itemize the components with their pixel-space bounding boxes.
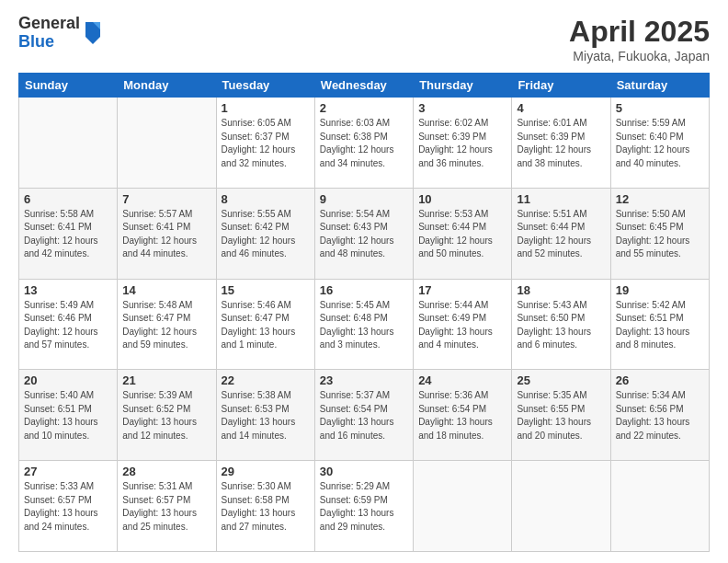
cal-cell [19, 98, 118, 189]
cal-cell: 6Sunrise: 5:58 AM Sunset: 6:41 PM Daylig… [19, 188, 118, 279]
cal-cell: 29Sunrise: 5:30 AM Sunset: 6:58 PM Dayli… [216, 461, 314, 552]
cal-cell: 23Sunrise: 5:37 AM Sunset: 6:54 PM Dayli… [314, 370, 413, 461]
cal-cell: 24Sunrise: 5:36 AM Sunset: 6:54 PM Dayli… [414, 370, 512, 461]
day-info: Sunrise: 5:48 AM Sunset: 6:47 PM Dayligh… [122, 299, 210, 352]
page: General Blue April 2025 Miyata, Fukuoka,… [0, 0, 728, 563]
header: General Blue April 2025 Miyata, Fukuoka,… [18, 15, 710, 63]
cal-cell: 13Sunrise: 5:49 AM Sunset: 6:46 PM Dayli… [19, 279, 118, 370]
day-info: Sunrise: 6:03 AM Sunset: 6:38 PM Dayligh… [320, 117, 408, 170]
cal-cell: 22Sunrise: 5:38 AM Sunset: 6:53 PM Dayli… [216, 370, 314, 461]
day-info: Sunrise: 5:59 AM Sunset: 6:40 PM Dayligh… [616, 117, 704, 170]
title-area: April 2025 Miyata, Fukuoka, Japan [569, 15, 710, 63]
day-info: Sunrise: 5:33 AM Sunset: 6:57 PM Dayligh… [24, 480, 112, 534]
day-number: 5 [616, 101, 704, 115]
day-info: Sunrise: 5:31 AM Sunset: 6:57 PM Dayligh… [122, 480, 210, 534]
day-info: Sunrise: 5:40 AM Sunset: 6:51 PM Dayligh… [24, 389, 112, 442]
day-number: 9 [320, 192, 408, 206]
day-info: Sunrise: 5:58 AM Sunset: 6:41 PM Dayligh… [24, 208, 112, 261]
day-number: 24 [418, 373, 506, 387]
day-number: 21 [122, 373, 210, 387]
cal-cell: 9Sunrise: 5:54 AM Sunset: 6:43 PM Daylig… [314, 188, 413, 279]
day-info: Sunrise: 5:45 AM Sunset: 6:48 PM Dayligh… [320, 299, 408, 352]
location: Miyata, Fukuoka, Japan [569, 49, 710, 63]
cal-cell: 28Sunrise: 5:31 AM Sunset: 6:57 PM Dayli… [118, 461, 216, 552]
day-number: 2 [320, 101, 408, 115]
cal-cell: 20Sunrise: 5:40 AM Sunset: 6:51 PM Dayli… [19, 370, 118, 461]
day-number: 22 [222, 373, 310, 387]
col-header-sunday: Sunday [19, 74, 118, 98]
cal-cell: 16Sunrise: 5:45 AM Sunset: 6:48 PM Dayli… [314, 279, 413, 370]
cal-cell: 1Sunrise: 6:05 AM Sunset: 6:37 PM Daylig… [216, 98, 314, 189]
day-number: 19 [616, 283, 704, 297]
day-info: Sunrise: 5:57 AM Sunset: 6:41 PM Dayligh… [122, 208, 210, 261]
logo-icon [82, 18, 104, 44]
day-number: 13 [24, 283, 112, 297]
day-info: Sunrise: 5:34 AM Sunset: 6:56 PM Dayligh… [616, 389, 704, 442]
day-number: 28 [122, 465, 210, 478]
day-number: 11 [517, 192, 605, 206]
cal-cell [414, 461, 512, 552]
day-number: 8 [222, 192, 310, 206]
col-header-saturday: Saturday [610, 74, 709, 98]
day-number: 12 [616, 192, 704, 206]
day-number: 29 [222, 465, 310, 478]
day-number: 16 [320, 283, 408, 297]
day-number: 1 [222, 101, 310, 115]
day-number: 26 [616, 373, 704, 387]
day-info: Sunrise: 5:42 AM Sunset: 6:51 PM Dayligh… [616, 299, 704, 352]
col-header-monday: Monday [118, 74, 216, 98]
cal-cell: 25Sunrise: 5:35 AM Sunset: 6:55 PM Dayli… [512, 370, 610, 461]
cal-cell: 15Sunrise: 5:46 AM Sunset: 6:47 PM Dayli… [216, 279, 314, 370]
cal-cell: 4Sunrise: 6:01 AM Sunset: 6:39 PM Daylig… [512, 98, 610, 189]
day-info: Sunrise: 5:43 AM Sunset: 6:50 PM Dayligh… [517, 299, 605, 352]
day-info: Sunrise: 5:37 AM Sunset: 6:54 PM Dayligh… [320, 389, 408, 442]
cal-cell [512, 461, 610, 552]
cal-cell: 21Sunrise: 5:39 AM Sunset: 6:52 PM Dayli… [118, 370, 216, 461]
cal-cell: 8Sunrise: 5:55 AM Sunset: 6:42 PM Daylig… [216, 188, 314, 279]
col-header-wednesday: Wednesday [314, 74, 413, 98]
calendar-table: SundayMondayTuesdayWednesdayThursdayFrid… [18, 73, 710, 552]
col-header-thursday: Thursday [414, 74, 512, 98]
day-number: 7 [122, 192, 210, 206]
day-info: Sunrise: 5:54 AM Sunset: 6:43 PM Dayligh… [320, 208, 408, 261]
day-number: 18 [517, 283, 605, 297]
day-number: 20 [24, 373, 112, 387]
logo-text: General Blue [18, 15, 80, 52]
cal-cell: 17Sunrise: 5:44 AM Sunset: 6:49 PM Dayli… [414, 279, 512, 370]
cal-cell: 2Sunrise: 6:03 AM Sunset: 6:38 PM Daylig… [314, 98, 413, 189]
cal-cell: 27Sunrise: 5:33 AM Sunset: 6:57 PM Dayli… [19, 461, 118, 552]
col-header-friday: Friday [512, 74, 610, 98]
day-info: Sunrise: 5:38 AM Sunset: 6:53 PM Dayligh… [222, 389, 310, 442]
day-info: Sunrise: 5:29 AM Sunset: 6:59 PM Dayligh… [320, 480, 408, 534]
cal-cell: 19Sunrise: 5:42 AM Sunset: 6:51 PM Dayli… [610, 279, 709, 370]
day-info: Sunrise: 5:30 AM Sunset: 6:58 PM Dayligh… [222, 480, 310, 534]
day-number: 14 [122, 283, 210, 297]
day-number: 10 [418, 192, 506, 206]
cal-cell: 14Sunrise: 5:48 AM Sunset: 6:47 PM Dayli… [118, 279, 216, 370]
logo: General Blue [18, 15, 104, 52]
day-info: Sunrise: 5:49 AM Sunset: 6:46 PM Dayligh… [24, 299, 112, 352]
day-info: Sunrise: 6:02 AM Sunset: 6:39 PM Dayligh… [418, 117, 506, 170]
day-number: 17 [418, 283, 506, 297]
col-header-tuesday: Tuesday [216, 74, 314, 98]
day-info: Sunrise: 5:44 AM Sunset: 6:49 PM Dayligh… [418, 299, 506, 352]
logo-blue: Blue [18, 33, 80, 52]
cal-cell: 3Sunrise: 6:02 AM Sunset: 6:39 PM Daylig… [414, 98, 512, 189]
cal-cell: 5Sunrise: 5:59 AM Sunset: 6:40 PM Daylig… [610, 98, 709, 189]
day-info: Sunrise: 5:36 AM Sunset: 6:54 PM Dayligh… [418, 389, 506, 442]
cal-cell [118, 98, 216, 189]
cal-cell: 26Sunrise: 5:34 AM Sunset: 6:56 PM Dayli… [610, 370, 709, 461]
day-number: 30 [320, 465, 408, 478]
cal-cell: 30Sunrise: 5:29 AM Sunset: 6:59 PM Dayli… [314, 461, 413, 552]
day-info: Sunrise: 5:53 AM Sunset: 6:44 PM Dayligh… [418, 208, 506, 261]
day-info: Sunrise: 5:50 AM Sunset: 6:45 PM Dayligh… [616, 208, 704, 261]
day-number: 4 [517, 101, 605, 115]
cal-cell: 18Sunrise: 5:43 AM Sunset: 6:50 PM Dayli… [512, 279, 610, 370]
day-info: Sunrise: 5:35 AM Sunset: 6:55 PM Dayligh… [517, 389, 605, 442]
cal-cell: 10Sunrise: 5:53 AM Sunset: 6:44 PM Dayli… [414, 188, 512, 279]
day-info: Sunrise: 5:39 AM Sunset: 6:52 PM Dayligh… [122, 389, 210, 442]
cal-cell: 7Sunrise: 5:57 AM Sunset: 6:41 PM Daylig… [118, 188, 216, 279]
day-info: Sunrise: 5:46 AM Sunset: 6:47 PM Dayligh… [222, 299, 310, 352]
cal-cell [610, 461, 709, 552]
day-info: Sunrise: 6:01 AM Sunset: 6:39 PM Dayligh… [517, 117, 605, 170]
